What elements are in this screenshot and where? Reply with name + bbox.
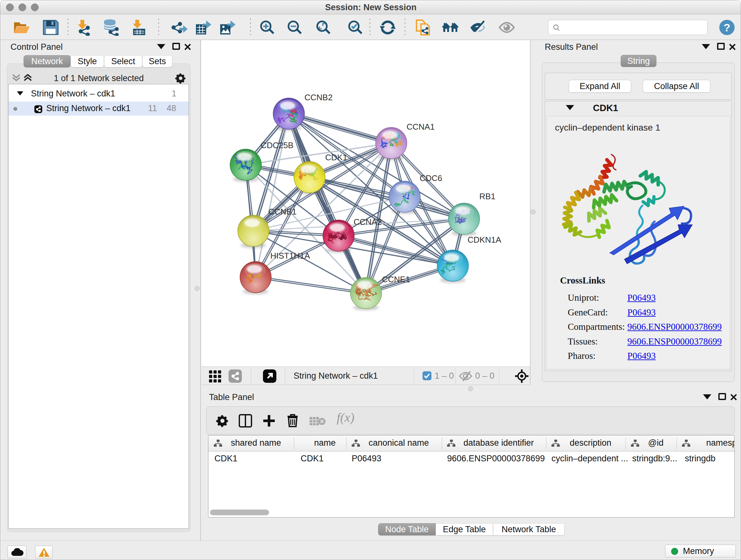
svg-text:CCNA2: CCNA2 xyxy=(354,217,382,227)
svg-text:CCNA1: CCNA1 xyxy=(407,122,434,132)
svg-text:CDKN1A: CDKN1A xyxy=(468,235,501,245)
svg-text:CCNE1: CCNE1 xyxy=(382,274,410,284)
svg-text:HIST1H1A: HIST1H1A xyxy=(270,251,310,260)
svg-text:CCNB2: CCNB2 xyxy=(305,92,333,102)
svg-text:CDC6: CDC6 xyxy=(420,173,442,183)
svg-text:CDK1: CDK1 xyxy=(325,152,347,162)
svg-text:RB1: RB1 xyxy=(479,192,495,201)
svg-text:CDC25B: CDC25B xyxy=(261,140,293,150)
svg-text:?: ? xyxy=(724,21,731,34)
svg-text:CCNB1: CCNB1 xyxy=(268,207,296,216)
